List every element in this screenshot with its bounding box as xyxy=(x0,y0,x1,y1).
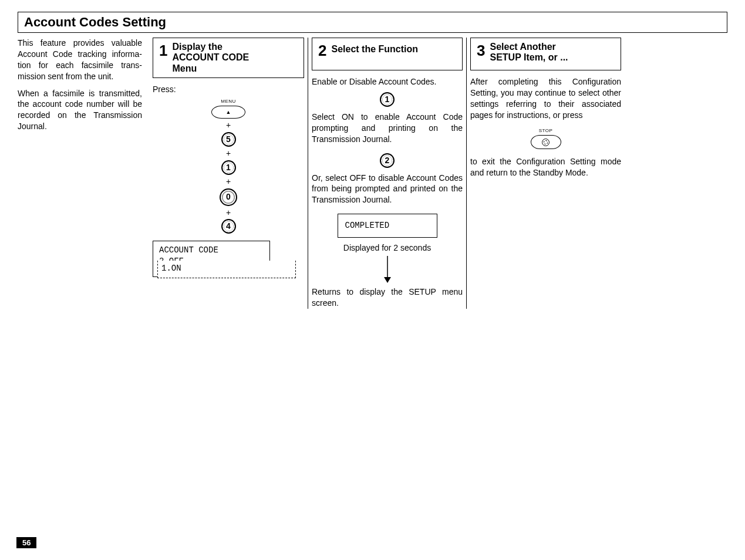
step1-header: 1 Display the ACCOUNT CODE Menu xyxy=(153,38,304,78)
lcd-display-group: ACCOUNT CODE 2.OFF 1.ON xyxy=(153,241,292,277)
stop-button-label: STOP xyxy=(539,128,553,134)
step3-body: After completing this Configu­ration Set… xyxy=(470,76,621,178)
step1-title-line3: Menu xyxy=(172,63,249,74)
lcd-line1: ACCOUNT CODE xyxy=(159,245,264,256)
step3-header: 3 Select Another SETUP Item, or ... xyxy=(470,38,621,70)
displayed-2s-label: Displayed for 2 seconds xyxy=(312,242,463,254)
step3-title: Select Another SETUP Item, or ... xyxy=(490,42,568,63)
step3-title-line1: Select Another xyxy=(490,42,568,52)
after-config-text: After completing this Configu­ration Set… xyxy=(470,76,621,121)
plus-icon: + xyxy=(226,120,231,131)
plus-icon: + xyxy=(226,207,231,218)
svg-marker-1 xyxy=(384,277,391,283)
step3-number: 3 xyxy=(477,42,485,60)
keypad-5[interactable]: 5 xyxy=(221,132,236,147)
stop-button-shape xyxy=(531,135,561,149)
key-2-wrap: 2 xyxy=(312,153,463,168)
step2-title: Select the Function xyxy=(331,42,418,55)
press-label: Press: xyxy=(153,84,304,95)
lcd-overlay: 1.ON xyxy=(157,261,296,278)
plus-icon: + xyxy=(226,176,231,187)
key-1-wrap: 1 xyxy=(312,92,463,107)
enable-disable-text: Enable or Disable Account Codes. xyxy=(312,76,463,87)
step1-title: Display the ACCOUNT CODE Menu xyxy=(172,42,249,74)
step1-title-line1: Display the xyxy=(172,42,249,52)
stop-icon xyxy=(542,139,550,146)
exit-text: to exit the Configuration Set­ting mode … xyxy=(470,156,621,178)
returns-text: Returns to display the SETUP menu screen… xyxy=(312,286,463,309)
stop-button[interactable]: STOP xyxy=(470,128,621,150)
main-row: This feature provides valuable Account C… xyxy=(18,38,727,309)
select-on-text: Select ON to enable Account Code prompti… xyxy=(312,112,463,145)
page-number: 56 xyxy=(16,537,36,548)
keypad-0[interactable]: 0 xyxy=(220,188,237,206)
step2-header: 2 Select the Function xyxy=(312,38,463,70)
menu-button-shape: ▲ xyxy=(211,106,245,119)
intro-paragraph-2: When a facsimile is transmit­ted, the ac… xyxy=(18,88,142,133)
menu-button-label: MENU xyxy=(221,99,236,105)
keypad-1-option[interactable]: 1 xyxy=(380,92,395,107)
plus-icon: + xyxy=(226,148,231,159)
keypad-2-option[interactable]: 2 xyxy=(380,153,395,168)
steps-columns: 1 Display the ACCOUNT CODE Menu Press: M… xyxy=(149,38,727,309)
intro-column: This feature provides valuable Account C… xyxy=(18,38,146,309)
key-sequence: MENU ▲ + 5 + 1 + 0 + 4 xyxy=(153,99,304,234)
step1-column: 1 Display the ACCOUNT CODE Menu Press: M… xyxy=(149,38,308,309)
step1-title-line2: ACCOUNT CODE xyxy=(172,52,249,63)
step2-column: 2 Select the Function Enable or Disable … xyxy=(308,38,466,309)
arrow-down-icon xyxy=(312,256,463,283)
completed-display: COMPLETED xyxy=(338,214,437,238)
step3-title-line2: SETUP Item, or ... xyxy=(490,52,568,63)
step3-column: 3 Select Another SETUP Item, or ... Afte… xyxy=(466,38,625,309)
step1-body: Press: MENU ▲ + 5 + 1 + 0 + 4 xyxy=(153,84,304,277)
select-off-text: Or, select OFF to disable Ac­count Codes… xyxy=(312,173,463,206)
step2-number: 2 xyxy=(318,42,326,60)
intro-paragraph-1: This feature provides valuable Account C… xyxy=(18,38,142,82)
step1-number: 1 xyxy=(159,42,167,60)
keypad-4[interactable]: 4 xyxy=(221,219,236,234)
step2-body: Enable or Disable Account Codes. 1 Selec… xyxy=(312,76,463,309)
page: Account Codes Setting This feature provi… xyxy=(0,0,745,309)
menu-button[interactable]: MENU ▲ xyxy=(211,99,245,119)
section-title: Account Codes Setting xyxy=(24,15,721,30)
keypad-1[interactable]: 1 xyxy=(221,160,236,175)
section-title-box: Account Codes Setting xyxy=(18,12,727,33)
